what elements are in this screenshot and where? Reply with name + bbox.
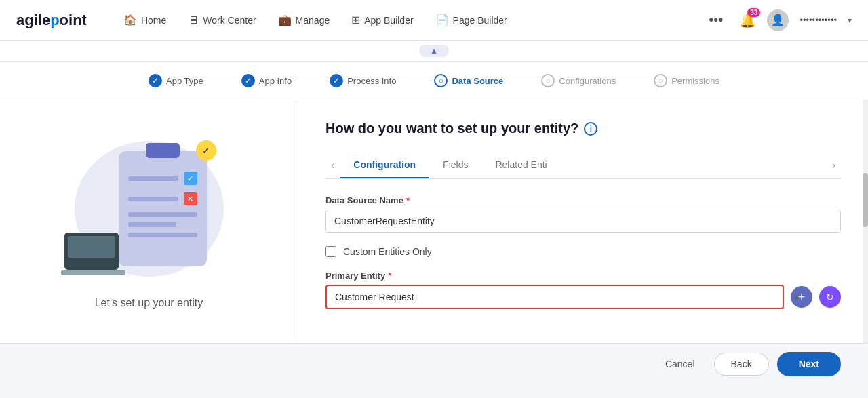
- illustration-panel: ✓ ✓ ✕: [0, 100, 298, 343]
- step-data-source[interactable]: ○ Data Source: [434, 74, 503, 87]
- main-nav: 🏠 Home 🖥 Work Center 💼 Manage ⊞ App Buil…: [114, 8, 703, 32]
- required-indicator: *: [406, 195, 410, 205]
- custom-entities-checkbox[interactable]: [326, 246, 336, 257]
- form-title-text: How do you want to set up your entity?: [326, 121, 578, 136]
- logo-text: agilepoint: [16, 12, 87, 29]
- nav-work-center[interactable]: 🖥 Work Center: [178, 9, 265, 32]
- illus-line-3: [128, 212, 197, 217]
- illus-check-2: ✕: [184, 192, 197, 205]
- primary-entity-label: Primary Entity *: [326, 271, 841, 281]
- illus-check-1: ✓: [184, 172, 197, 185]
- footer: Cancel Back Next: [0, 343, 868, 384]
- custom-entities-row: Custom Entities Only: [326, 246, 841, 257]
- data-source-name-label: Data Source Name *: [326, 195, 841, 205]
- avatar[interactable]: 👤: [767, 9, 789, 31]
- illus-line-5: [128, 233, 197, 237]
- wizard-steps: ✓ App Type ✓ App Info ✓ Process Info ○ D…: [0, 62, 868, 100]
- monitor-icon: 🖥: [188, 14, 199, 26]
- cancel-button[interactable]: Cancel: [654, 353, 706, 375]
- custom-entities-label: Custom Entities Only: [343, 246, 432, 257]
- user-name[interactable]: ••••••••••••: [800, 15, 837, 25]
- back-button[interactable]: Back: [714, 353, 769, 376]
- step-app-type-icon: ✓: [149, 74, 162, 87]
- step-configurations[interactable]: ○ Configurations: [541, 74, 616, 87]
- step-process-info-label: Process Info: [347, 76, 396, 86]
- illus-desk: [64, 236, 125, 283]
- nav-work-center-label: Work Center: [203, 15, 256, 26]
- step-line-2: [294, 81, 327, 81]
- nav-page-builder-label: Page Builder: [453, 15, 507, 26]
- illus-monitor-body: [64, 233, 119, 270]
- content-area: ✓ ✓ ✕: [0, 100, 868, 343]
- page-icon: 📄: [435, 14, 449, 26]
- info-icon[interactable]: i: [584, 122, 597, 136]
- logo: agilepoint: [16, 12, 87, 29]
- illus-content: ✓ ✕: [128, 172, 197, 237]
- scrollbar-track[interactable]: [863, 100, 868, 343]
- step-app-type[interactable]: ✓ App Type: [149, 74, 203, 87]
- more-menu-button[interactable]: •••: [703, 9, 728, 31]
- step-line-3: [399, 81, 431, 81]
- notifications-button[interactable]: 🔔 33: [739, 12, 756, 28]
- add-entity-button[interactable]: +: [791, 286, 812, 308]
- form-panel: How do you want to set up your entity? i…: [298, 100, 868, 343]
- nav-app-builder[interactable]: ⊞ App Builder: [342, 8, 422, 32]
- tab-related-entities[interactable]: Related Enti: [481, 153, 560, 178]
- collapse-button[interactable]: ▲: [419, 45, 449, 57]
- step-app-info-icon: ✓: [241, 74, 255, 87]
- collapse-handle: ▲: [0, 41, 868, 62]
- nav-manage[interactable]: 💼 Manage: [269, 8, 340, 32]
- step-configurations-icon: ○: [541, 74, 555, 87]
- data-source-name-group: Data Source Name *: [326, 195, 841, 233]
- tab-fields[interactable]: Fields: [429, 153, 481, 178]
- data-source-name-input[interactable]: [326, 210, 841, 233]
- form-title: How do you want to set up your entity? i: [326, 121, 841, 136]
- step-app-info-label: App Info: [259, 76, 292, 86]
- scrollbar-thumb[interactable]: [863, 173, 868, 227]
- illus-clipboard-body: ✓ ✓ ✕: [119, 151, 207, 266]
- illus-line-4: [128, 222, 176, 227]
- step-configurations-label: Configurations: [559, 76, 616, 86]
- primary-entity-select-wrapper: Customer Request ▾ + ↻: [326, 285, 841, 309]
- header-right: ••• 🔔 33 👤 •••••••••••• ▾: [703, 9, 852, 31]
- tab-next-button[interactable]: ›: [827, 155, 841, 176]
- step-data-source-label: Data Source: [452, 76, 503, 86]
- step-data-source-icon: ○: [434, 74, 448, 87]
- illustration: ✓ ✓ ✕: [61, 134, 237, 283]
- illus-check-badge: ✓: [196, 140, 216, 161]
- step-app-type-label: App Type: [166, 76, 203, 86]
- step-line-5: [618, 81, 651, 81]
- tab-prev-button[interactable]: ‹: [326, 155, 340, 176]
- user-chevron-down-icon[interactable]: ▾: [848, 16, 852, 25]
- step-line-4: [506, 81, 538, 81]
- nav-page-builder[interactable]: 📄 Page Builder: [426, 8, 517, 32]
- illus-line-2: [128, 197, 178, 201]
- briefcase-icon: 💼: [278, 14, 292, 26]
- step-permissions[interactable]: ○ Permissions: [654, 74, 719, 87]
- illus-clip: [146, 143, 180, 158]
- primary-entity-select[interactable]: Customer Request: [326, 285, 784, 309]
- step-permissions-icon: ○: [654, 74, 667, 87]
- step-line-1: [206, 81, 239, 81]
- step-process-info-icon: ✓: [330, 74, 343, 87]
- primary-entity-group: Primary Entity * Customer Request ▾ + ↻: [326, 271, 841, 309]
- header: agilepoint 🏠 Home 🖥 Work Center 💼 Manage…: [0, 0, 868, 41]
- primary-entity-required: *: [388, 271, 391, 281]
- illustration-caption: Let's set up your entity: [95, 297, 203, 309]
- grid-icon: ⊞: [351, 14, 360, 26]
- step-permissions-label: Permissions: [671, 76, 719, 86]
- data-source-name-label-text: Data Source Name: [326, 195, 403, 205]
- illus-desk-surface: [61, 270, 125, 275]
- tab-bar: ‹ Configuration Fields Related Enti ›: [326, 153, 841, 179]
- next-button[interactable]: Next: [777, 352, 841, 376]
- home-icon: 🏠: [123, 14, 137, 26]
- notification-badge: 33: [747, 8, 760, 17]
- tab-configuration[interactable]: Configuration: [340, 153, 429, 178]
- step-app-info[interactable]: ✓ App Info: [241, 74, 292, 87]
- nav-manage-label: Manage: [296, 15, 330, 26]
- nav-home[interactable]: 🏠 Home: [114, 8, 176, 32]
- nav-app-builder-label: App Builder: [364, 15, 413, 26]
- refresh-entity-button[interactable]: ↻: [819, 286, 841, 308]
- nav-home-label: Home: [141, 15, 166, 26]
- step-process-info[interactable]: ✓ Process Info: [330, 74, 396, 87]
